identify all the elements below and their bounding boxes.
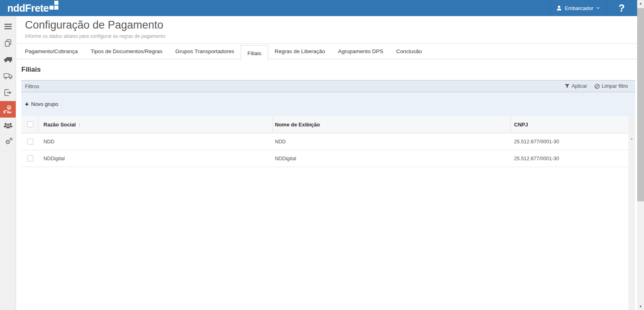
table-header-row: Razão Social ↑ Nome de Exibição CNPJ [21, 116, 628, 133]
tab-panel-filiais: Filiais Filtros Aplicar [21, 59, 635, 310]
filiais-table: Razão Social ↑ Nome de Exibição CNPJ NDD… [21, 116, 635, 310]
plus-icon: + [25, 101, 29, 107]
new-group-label: Novo grupo [31, 101, 58, 107]
scroll-up-icon[interactable]: ▲ [628, 137, 635, 141]
tab-agrupamento-dps[interactable]: Agrupamento DPS [332, 44, 390, 59]
sidebar-item-documents[interactable] [0, 35, 16, 52]
column-divider [510, 116, 511, 133]
main-content: Configuração de Pagamento Informe os dad… [16, 16, 637, 310]
apply-filter-label: Aplicar [572, 83, 587, 89]
group-actions-section: + Novo grupo [21, 92, 635, 116]
page-scrollbar[interactable]: ▲ ▼ [637, 0, 644, 310]
clear-filter-label: Limpar filtro [602, 83, 628, 89]
app-logo[interactable]: nddFrete [7, 0, 58, 16]
cell-cnpj: 25.512.677/0001-30 [514, 133, 559, 150]
tab-grupos-transportadores[interactable]: Grupos Transportadores [169, 44, 240, 59]
scrollbar-up-button[interactable]: ▲ [637, 0, 644, 7]
cell-razao-social: NDD [43, 133, 54, 150]
top-header: nddFrete Embarcador ? [0, 0, 644, 16]
logo-squares-icon [50, 1, 58, 10]
column-header-razao-social[interactable]: Razão Social ↑ [43, 116, 81, 133]
sidebar-item-delivery[interactable] [0, 68, 16, 85]
filters-title: Filtros [25, 83, 39, 89]
sidebar-item-menu[interactable] [0, 19, 16, 35]
sidebar-item-users[interactable] [0, 118, 16, 134]
filters-bar: Filtros Aplicar Limpar filtro [21, 80, 635, 92]
tab-conclusao[interactable]: Conclusão [390, 44, 428, 59]
cell-nome-exibicao: NDD [275, 133, 286, 150]
scrollbar-thumb[interactable] [637, 8, 644, 201]
cell-razao-social: NDDigital [43, 150, 65, 167]
hand-coin-payment-icon: $ [3, 105, 12, 114]
user-icon [556, 5, 562, 11]
column-divider [272, 116, 273, 133]
svg-text:$: $ [8, 105, 10, 109]
sidebar-item-export[interactable] [0, 85, 16, 101]
sidebar-item-truck[interactable] [0, 52, 16, 68]
column-header-cnpj[interactable]: CNPJ [514, 116, 528, 133]
table-row[interactable]: NDDigital NDDigital 25.512.677/0001-30 [21, 150, 628, 167]
sidebar-item-payment[interactable]: $ [0, 101, 16, 118]
help-button[interactable]: ? [606, 0, 637, 16]
chevron-down-icon [596, 7, 600, 9]
table-row[interactable]: NDD NDD 25.512.677/0001-30 [21, 133, 628, 150]
circle-slash-icon [594, 84, 600, 89]
column-header-nome-exibicao[interactable]: Nome de Exibição [275, 116, 320, 133]
truck-outline-icon [3, 72, 13, 80]
tab-filiais[interactable]: Filiais [241, 45, 268, 61]
documents-copy-icon [4, 39, 12, 48]
user-menu-dropdown[interactable]: Embarcador [550, 0, 606, 16]
gears-settings-icon: ⚙⚙ [5, 139, 10, 145]
logo-text: nddFrete [7, 0, 49, 16]
app-root: nddFrete Embarcador ? [0, 0, 644, 310]
wizard-tabs: Pagamento/Cobrança Tipos de Documentos/R… [16, 43, 637, 59]
filter-actions: Aplicar Limpar filtro [565, 83, 628, 89]
clear-filter-button[interactable]: Limpar filtro [594, 83, 628, 89]
column-divider [38, 116, 38, 133]
hamburger-menu-icon [4, 24, 12, 29]
cell-nome-exibicao: NDDigital [275, 150, 296, 167]
page-subtitle: Informe os dados abaixo para configurar … [25, 33, 165, 39]
tab-pagamento-cobranca[interactable]: Pagamento/Cobrança [19, 44, 84, 59]
new-group-button[interactable]: + Novo grupo [25, 101, 58, 107]
row-checkbox[interactable] [27, 155, 33, 161]
truck-filled-icon [4, 56, 12, 63]
tab-regras-liberacao[interactable]: Regras de Liberação [268, 44, 331, 59]
apply-filter-button[interactable]: Aplicar [565, 83, 587, 89]
select-all-checkbox[interactable] [27, 121, 33, 127]
tab-tipos-documentos-regras[interactable]: Tipos de Documentos/Regras [84, 44, 169, 59]
cell-cnpj: 25.512.677/0001-30 [514, 150, 559, 167]
section-heading: Filiais [21, 66, 635, 74]
help-question-icon: ? [619, 2, 625, 14]
page-title: Configuração de Pagamento [25, 19, 163, 31]
people-group-icon [3, 122, 13, 129]
sidebar-nav: $ ⚙⚙ [0, 16, 16, 310]
sidebar-item-settings[interactable]: ⚙⚙ [0, 134, 16, 151]
funnel-filter-icon [565, 84, 570, 89]
table-scrollbar[interactable]: ▲ [628, 116, 635, 310]
sort-ascending-icon: ↑ [78, 122, 81, 128]
user-menu-label: Embarcador [565, 5, 593, 11]
row-checkbox[interactable] [27, 138, 33, 145]
scrollbar-down-button[interactable]: ▼ [637, 303, 644, 310]
export-document-icon [4, 89, 12, 97]
